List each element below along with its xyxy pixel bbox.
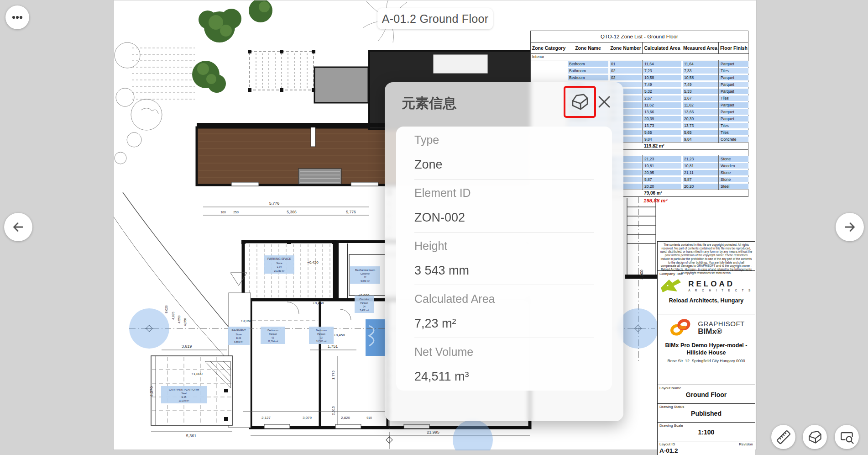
zone-stamp-corridor: Corridor Parquet 04 7,482 m² [355,296,374,313]
element-info-card: Type Zone Element ID ZON-002 Height 3 54… [396,127,612,391]
svg-text:PARKING SPACE: PARKING SPACE [267,257,292,260]
close-panel-button[interactable] [596,93,613,111]
svg-text:4,050: 4,050 [183,318,187,326]
model-title: BIMx Pro Demo Hyper-model - Hillside Hou… [658,342,755,356]
layout-title-pill: A-01.2 Ground Floor [377,8,493,29]
svg-text:250: 250 [233,211,239,214]
svg-text:3,619: 3,619 [182,344,192,349]
svg-text:Concrete: Concrete [361,272,370,275]
bimx-viewer: 5,776 160 250 5,366 5,776 3,619 1,751 4,… [0,0,868,455]
svg-text:21,995: 21,995 [427,430,439,434]
field-height: Height 3 543 mm [414,232,594,285]
svg-text:E-04: E-04 [277,265,282,268]
drawing-status-value: Published [658,410,755,417]
field-type: Type Zone [414,127,594,179]
touch-circle-right [618,308,658,349]
field-calculated-area: Calculated Area 7,23 m² [414,285,594,338]
svg-text:4,370: 4,370 [149,386,154,397]
svg-text:1,775: 1,775 [331,370,335,380]
zone-stamp-bedroom-02: Bedroom Parquet 02 10,580 m² [309,327,334,344]
carport [248,50,315,92]
field-net-volume: Net Volume 24,511 m³ [414,338,594,391]
drawing-scale-value: 1:100 [658,429,755,436]
svg-text:2,820: 2,820 [341,416,350,420]
svg-text:Steel: Steel [181,392,186,395]
ellipsis-icon [10,10,25,25]
ruler-icon [775,429,792,445]
show-in-3d-model-button[interactable] [566,88,594,116]
svg-text:5,361: 5,361 [186,434,197,438]
open-3d-model-button[interactable] [803,425,827,449]
drawing-status-label: Drawing Status [658,404,755,409]
svg-text:160: 160 [220,211,226,214]
house-3d-icon [570,91,591,112]
svg-text:11,564 m²: 11,564 m² [268,340,278,343]
svg-text:+0,450: +0,450 [313,301,324,305]
svg-text:E-05: E-05 [182,396,187,398]
touch-circle-left [129,308,169,349]
svg-text:2,127: 2,127 [261,416,271,420]
zone-stamp-bedroom-01: Bedroom Parquet 01 11,564 m² [261,327,285,344]
svg-text:+1,800: +1,800 [191,372,203,376]
svg-text:4,870: 4,870 [172,312,175,320]
layout-name-value: Ground Floor [658,391,755,398]
house-3d-icon [807,429,823,445]
find-on-layout-button[interactable] [835,425,859,449]
zone-stamp-car-park-platform: CAR PARK PLATFORM Steel E-05 20,199 m² [161,386,207,403]
measure-button[interactable] [771,425,795,449]
zone-stamp-parking: PARKING SPACE Stone E-04 21,230 m² [264,255,294,274]
layout-id-value: A-01.2 [658,446,755,454]
svg-text:Stone: Stone [276,262,282,265]
reload-architects-logo: RELOAD A R C H I T E C T S [658,279,755,293]
svg-text:9,840 m²: 9,840 m² [361,280,370,282]
table-title: QTO-12 Zone List - Ground Floor [531,31,748,42]
close-icon [596,94,612,110]
layout-name-label: Layout Name [658,385,755,390]
svg-text:10,580 m²: 10,580 m² [316,340,327,343]
svg-text:+0,950: +0,950 [241,319,252,323]
revision-label: Revision [739,442,753,446]
zone-category-label: Interior [531,54,748,60]
svg-text:PAVEMENT: PAVEMENT [231,329,246,332]
more-options-button[interactable] [5,5,29,29]
svg-text:5,856 m²: 5,856 m² [234,340,243,343]
svg-text:5,776: 5,776 [269,201,280,206]
svg-text:5,776: 5,776 [346,210,356,214]
previous-layout-button[interactable] [4,213,32,241]
zone-stamp-mech-room: Mechanical room Concrete 12 9,840 m² [350,266,380,284]
svg-text:2,515: 2,515 [331,406,335,415]
arrow-right-icon [841,218,858,236]
svg-text:Stone: Stone [235,333,241,336]
graphisoft-bimx-logo: GRAPHISOFT BIMx® [658,319,755,336]
svg-text:04: 04 [363,305,366,308]
magnifier-screen-icon [839,429,855,445]
svg-text:01: 01 [272,336,274,339]
model-address: Rose Str. 12. Springfield City Hungary 0… [658,359,755,363]
svg-text:Parquet: Parquet [269,333,277,335]
svg-text:Bedroom: Bedroom [316,329,327,332]
copyright-text: The contents contained in this file are … [658,242,755,271]
svg-text:4,550: 4,550 [178,315,181,323]
table-header-row: Zone Category Zone Name Zone Number Calc… [531,42,748,54]
element-info-panel: 元素信息 Type Zone Element ID ZON-002 [385,82,623,421]
svg-text:5,366: 5,366 [287,210,297,214]
svg-text:Parquet: Parquet [317,333,325,335]
svg-text:1,751: 1,751 [328,344,338,349]
field-element-id: Element ID ZON-002 [414,179,594,232]
zone-stamp-pavement: PAVEMENT Stone E-04 5,856 m² [228,327,250,345]
svg-text:3,079: 3,079 [303,416,312,420]
svg-text:+0,450: +0,450 [334,333,345,337]
svg-text:8,020: 8,020 [165,305,168,313]
reload-bird-icon [660,279,685,293]
next-layout-button[interactable] [836,213,864,241]
svg-text:20,199 m²: 20,199 m² [179,399,189,402]
drawing-scale-label: Drawing Scale [658,423,755,428]
svg-text:Corridor: Corridor [360,298,369,301]
svg-text:21,230 m²: 21,230 m² [274,270,285,272]
company-name: Reload Architects, Hungary [658,297,755,304]
table-row: Bathroom027,237,33Tiles [531,67,748,74]
svg-text:12: 12 [364,276,366,279]
svg-text:02: 02 [320,336,323,339]
table-row: Bedroom0111,6411,64Parquet [531,60,748,67]
svg-text:Parquet: Parquet [360,302,368,304]
